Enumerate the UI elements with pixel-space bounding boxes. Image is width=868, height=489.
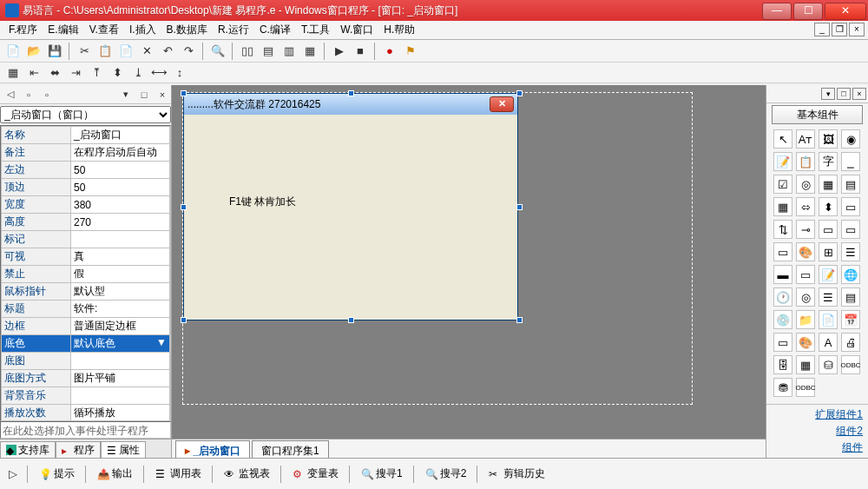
ext-components-3[interactable]: 组件 [772,439,863,456]
html-icon[interactable]: 🌐 [841,265,860,284]
statusbar-icon[interactable]: ▭ [796,265,815,284]
resize-handle[interactable] [181,90,187,96]
open-icon[interactable]: 📂 [24,42,43,61]
prop-row-鼠标指针[interactable]: 鼠标指针默认型 [2,283,170,301]
server-icon[interactable]: ⛃ [773,378,792,397]
menu-tools[interactable]: T.工具 [296,21,335,39]
odbc-icon[interactable]: ODBC [841,355,860,374]
align-right-icon[interactable]: ⇥ [66,63,85,83]
richtext-icon[interactable]: 📝 [819,265,838,284]
align-grid-icon[interactable]: ▦ [3,63,23,83]
prop-row-底色[interactable]: 底色默认底色 ▼ [2,335,170,353]
odbc2-icon[interactable]: ODBC [796,378,815,397]
ext-components-1[interactable]: 扩展组件1 [772,406,863,423]
mdi-restore-button[interactable]: ❐ [832,23,847,36]
grid-icon[interactable]: ▦ [773,197,792,216]
rp-dock-icon[interactable]: □ [837,88,851,100]
prop-row-高度[interactable]: 高度270 [2,214,170,231]
prop-row-标题[interactable]: 标题软件: [2,301,170,318]
picture-icon[interactable]: 🖼 [819,129,838,149]
layout4-icon[interactable]: ▦ [300,42,319,61]
menu-window[interactable]: W.窗口 [335,21,378,39]
drive-icon[interactable]: 💿 [773,310,792,329]
fontdlg-icon[interactable]: A [819,333,838,352]
progress-icon[interactable]: ▭ [841,197,860,216]
layout3-icon[interactable]: ▥ [279,42,299,61]
mdi-close-button[interactable]: × [849,23,865,36]
tab-window-procset[interactable]: 窗口程序集1 [252,440,329,458]
colordlg-icon[interactable]: 🎨 [796,333,815,352]
printdlg-icon[interactable]: 🖨 [841,333,860,352]
minimize-button[interactable]: — [762,3,792,20]
memo-icon[interactable]: 📋 [796,152,815,171]
ext-components-2[interactable]: 组件2 [772,423,863,439]
form-close-icon[interactable]: ✕ [490,96,514,112]
checkbox-icon[interactable]: ☑ [773,175,792,194]
panel-dock1-icon[interactable]: ▫ [20,86,37,103]
treeview-icon[interactable]: ⊞ [819,242,838,261]
prop-row-背景音乐[interactable]: 背景音乐 [2,387,170,405]
slider-icon[interactable]: ⊸ [796,220,815,239]
shape-icon[interactable]: ◉ [841,129,860,149]
btab-clipboard[interactable]: ✂剪辑历史 [483,463,551,485]
resize-handle[interactable] [516,90,523,96]
form-label-f1[interactable]: F1键 林肯加长 [229,195,296,209]
close-button[interactable]: ✕ [825,3,866,20]
object-combo[interactable]: _启动窗口（窗口） [0,106,171,123]
resize-handle[interactable] [348,317,354,323]
prop-row-宽度[interactable]: 宽度380 [2,196,170,214]
prop-row-底图方式[interactable]: 底图方式图片平铺 [2,370,170,387]
spin-icon[interactable]: ⇅ [773,220,792,239]
btab-search1[interactable]: 🔍搜寻1 [355,463,409,485]
combobox-icon[interactable]: ▤ [841,175,860,194]
prop-row-名称[interactable]: 名称_启动窗口 [2,127,170,144]
tab-program[interactable]: ▸程序 [56,441,101,458]
design-form[interactable]: .........软件交流群 272016425 ✕ F1键 林肯加长 [183,93,518,320]
property-grid[interactable]: 名称_启动窗口备注在程序启动后自动左边50顶边50宽度380高度270标记可视真… [0,125,171,421]
prop-row-边框[interactable]: 边框普通固定边框 [2,318,170,335]
hscroll-icon[interactable]: ⬄ [796,197,815,216]
prop-row-可视[interactable]: 可视真 [2,248,170,266]
prop-row-备注[interactable]: 备注在程序启动后自动 [2,144,170,162]
rp-opt-icon[interactable]: ▾ [821,88,835,100]
align-center-icon[interactable]: ⬌ [45,63,64,83]
align-left-icon[interactable]: ⇤ [24,63,43,83]
menu-help[interactable]: H.帮助 [378,21,420,39]
database-icon[interactable]: 🗄 [773,355,792,374]
bottom-nav-icon[interactable]: ▷ [3,465,23,484]
basic-components-button[interactable]: 基本组件 [772,105,863,124]
btab-output[interactable]: 📤输出 [91,463,139,485]
frame-icon[interactable]: ▭ [841,220,860,239]
btab-hints[interactable]: 💡提示 [33,463,81,485]
menu-insert[interactable]: I.插入 [124,21,161,39]
prop-row-顶边[interactable]: 顶边50 [2,179,170,196]
redo-icon[interactable]: ↷ [179,42,198,61]
align-top-icon[interactable]: ⤒ [87,63,106,83]
tab-startup-window[interactable]: _启动窗口 [175,440,250,458]
menu-view[interactable]: V.查看 [84,21,124,39]
resize-handle[interactable] [348,90,354,96]
delete-icon[interactable]: ✕ [137,42,156,61]
cut-icon[interactable]: ✂ [75,42,94,61]
mdi-minimize-button[interactable]: _ [814,23,830,36]
layout1-icon[interactable]: ▯▯ [238,42,257,61]
paste-icon[interactable]: 📄 [116,42,135,61]
undo-icon[interactable]: ↶ [158,42,177,61]
label-icon[interactable]: Aᴛ [796,129,815,149]
dirlist-icon[interactable]: 📁 [796,310,815,329]
panel-dock2-icon[interactable]: ▫ [38,86,56,103]
dialog-icon[interactable]: ▭ [773,333,792,352]
tab-icon[interactable]: ▭ [819,220,838,239]
menu-compile[interactable]: C.编译 [254,21,296,39]
layout2-icon[interactable]: ▤ [259,42,278,61]
filelist-icon[interactable]: 📄 [819,310,838,329]
form-designer[interactable]: .........软件交流群 272016425 ✕ F1键 林肯加长 _启动窗… [172,85,766,458]
copy-icon[interactable]: 📋 [95,42,115,61]
panel-icon[interactable]: ▭ [773,242,792,261]
same-height-icon[interactable]: ↕ [170,63,189,83]
menu-edit[interactable]: E.编辑 [43,21,83,39]
listbox-icon[interactable]: ▦ [819,175,838,194]
prop-row-禁止[interactable]: 禁止假 [2,266,170,283]
menu-database[interactable]: B.数据库 [161,21,213,39]
panel-opt1-icon[interactable]: ▾ [117,86,135,103]
